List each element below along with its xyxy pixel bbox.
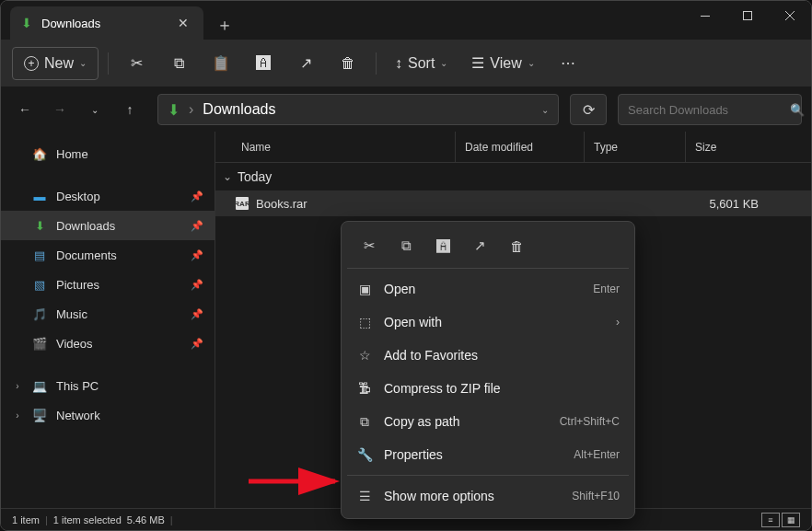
- minimize-button[interactable]: [684, 1, 726, 30]
- view-icon: ☰: [471, 54, 484, 72]
- share-icon: ↗: [300, 54, 312, 72]
- context-compress[interactable]: 🗜 Compress to ZIP file: [347, 372, 629, 405]
- context-properties[interactable]: 🔧 Properties Alt+Enter: [347, 438, 629, 471]
- column-type[interactable]: Type: [584, 132, 685, 162]
- pin-icon: 📌: [191, 190, 203, 202]
- context-open-with[interactable]: ⬚ Open with ›: [347, 306, 629, 339]
- nav-row: ← → ⌄ ↑ ⬇ › Downloads ⌄ ⟳ 🔍: [1, 87, 811, 132]
- view-button[interactable]: ☰ View ⌄: [462, 47, 543, 80]
- path-icon: ⧉: [356, 414, 373, 430]
- separator: [376, 52, 377, 75]
- trash-icon: 🗑: [510, 238, 524, 254]
- home-icon: 🏠: [32, 147, 47, 161]
- details-view-button[interactable]: ≡: [761, 513, 780, 527]
- pc-icon: 💻: [32, 379, 47, 393]
- context-favorites[interactable]: ☆ Add to Favorites: [347, 339, 629, 372]
- search-box[interactable]: 🔍: [618, 94, 802, 125]
- pin-icon: 📌: [191, 308, 203, 320]
- documents-icon: ▤: [32, 248, 47, 262]
- more-button[interactable]: ⋯: [550, 47, 586, 80]
- context-label: Copy as path: [384, 414, 460, 429]
- recent-button[interactable]: ⌄: [80, 95, 110, 124]
- file-row[interactable]: RAR Books.rar 5,601 KB: [215, 190, 811, 216]
- tab-downloads[interactable]: ⬇ Downloads ✕: [10, 6, 203, 40]
- sidebar-item-home[interactable]: 🏠 Home: [1, 139, 215, 168]
- sidebar-item-music[interactable]: 🎵 Music 📌: [1, 299, 215, 329]
- chevron-down-icon[interactable]: ⌄: [541, 105, 549, 115]
- desktop-icon: ▬: [32, 190, 47, 203]
- refresh-icon: ⟳: [583, 101, 595, 119]
- cut-button[interactable]: ✂: [353, 231, 386, 260]
- group-label: Today: [238, 169, 272, 184]
- sidebar-item-pictures[interactable]: ▧ Pictures 📌: [1, 270, 215, 299]
- separator: [347, 268, 629, 269]
- chevron-right-icon: ›: [616, 316, 620, 329]
- sidebar-item-this-pc[interactable]: ›💻 This PC: [1, 371, 215, 400]
- shortcut: Alt+Enter: [574, 448, 620, 461]
- back-button[interactable]: ←: [10, 95, 40, 124]
- svg-rect-1: [744, 12, 752, 20]
- chevron-right-icon[interactable]: ›: [12, 410, 23, 421]
- delete-button[interactable]: 🗑: [330, 47, 366, 80]
- sort-label: Sort: [408, 55, 435, 72]
- toolbar: + New ⌄ ✂ ⧉ 📋 🅰 ↗ 🗑 ↕ Sort ⌄ ☰ View ⌄ ⋯: [1, 40, 811, 87]
- column-date[interactable]: Date modified: [455, 132, 584, 162]
- maximize-icon: [743, 11, 752, 20]
- group-header[interactable]: ⌄ Today: [215, 163, 811, 190]
- column-name[interactable]: Name: [215, 141, 455, 154]
- more-options-icon: ☰: [356, 489, 373, 503]
- context-menu: ✂ ⧉ 🅰 ↗ 🗑 ▣ Open Enter ⬚ Open with › ☆ A…: [341, 221, 635, 519]
- sidebar-item-label: Documents: [56, 248, 117, 262]
- file-name: Books.rar: [256, 197, 307, 211]
- rename-icon: 🅰: [256, 55, 271, 72]
- chevron-down-icon: ⌄: [223, 170, 232, 183]
- address-bar[interactable]: ⬇ › Downloads ⌄: [157, 94, 559, 125]
- sidebar-item-network[interactable]: ›🖥️ Network: [1, 400, 215, 430]
- maximize-button[interactable]: [726, 1, 769, 30]
- sidebar-item-label: Downloads: [56, 219, 115, 233]
- column-size[interactable]: Size: [685, 132, 768, 162]
- context-show-more[interactable]: ☰ Show more options Shift+F10: [347, 479, 629, 513]
- copy-button[interactable]: ⧉: [389, 231, 423, 260]
- breadcrumb-item[interactable]: Downloads: [203, 101, 275, 118]
- share-button[interactable]: ↗: [287, 47, 324, 80]
- delete-button[interactable]: 🗑: [500, 231, 533, 260]
- forward-button[interactable]: →: [45, 95, 75, 124]
- sidebar-item-label: Home: [56, 147, 88, 161]
- rar-file-icon: RAR: [236, 197, 249, 210]
- sidebar-item-videos[interactable]: 🎬 Videos 📌: [1, 329, 215, 358]
- context-copy-path[interactable]: ⧉ Copy as path Ctrl+Shift+C: [347, 405, 629, 438]
- scissors-icon: ✂: [364, 237, 376, 254]
- view-label: View: [490, 55, 521, 72]
- new-button[interactable]: + New ⌄: [12, 47, 99, 80]
- titlebar: ⬇ Downloads ✕ ＋: [1, 1, 811, 40]
- sidebar-item-downloads[interactable]: ⬇ Downloads 📌: [1, 211, 215, 240]
- context-open[interactable]: ▣ Open Enter: [347, 272, 629, 306]
- context-label: Properties: [384, 447, 443, 462]
- close-tab-button[interactable]: ✕: [174, 16, 192, 30]
- paste-button[interactable]: 📋: [203, 47, 239, 80]
- refresh-button[interactable]: ⟳: [570, 94, 607, 125]
- thumbnails-view-button[interactable]: ▦: [782, 513, 800, 527]
- music-icon: 🎵: [32, 307, 47, 321]
- rename-button[interactable]: 🅰: [245, 47, 282, 80]
- sidebar-item-label: Music: [56, 307, 87, 321]
- sort-button[interactable]: ↕ Sort ⌄: [386, 47, 457, 80]
- file-size: 5,601 KB: [685, 197, 768, 211]
- new-tab-button[interactable]: ＋: [216, 14, 233, 36]
- copy-button[interactable]: ⧉: [160, 47, 197, 80]
- open-with-icon: ⬚: [356, 315, 373, 329]
- new-label: New: [44, 55, 74, 72]
- search-input[interactable]: [628, 103, 783, 117]
- cut-button[interactable]: ✂: [118, 47, 155, 80]
- sidebar-item-documents[interactable]: ▤ Documents 📌: [1, 240, 215, 270]
- svg-rect-0: [701, 16, 710, 17]
- up-button[interactable]: ↑: [115, 95, 145, 124]
- sidebar-item-label: This PC: [56, 379, 99, 393]
- share-button[interactable]: ↗: [463, 231, 496, 260]
- videos-icon: 🎬: [32, 337, 47, 351]
- sidebar-item-desktop[interactable]: ▬ Desktop 📌: [1, 181, 215, 211]
- close-window-button[interactable]: [769, 1, 811, 30]
- rename-button[interactable]: 🅰: [426, 231, 459, 260]
- chevron-right-icon[interactable]: ›: [12, 381, 23, 391]
